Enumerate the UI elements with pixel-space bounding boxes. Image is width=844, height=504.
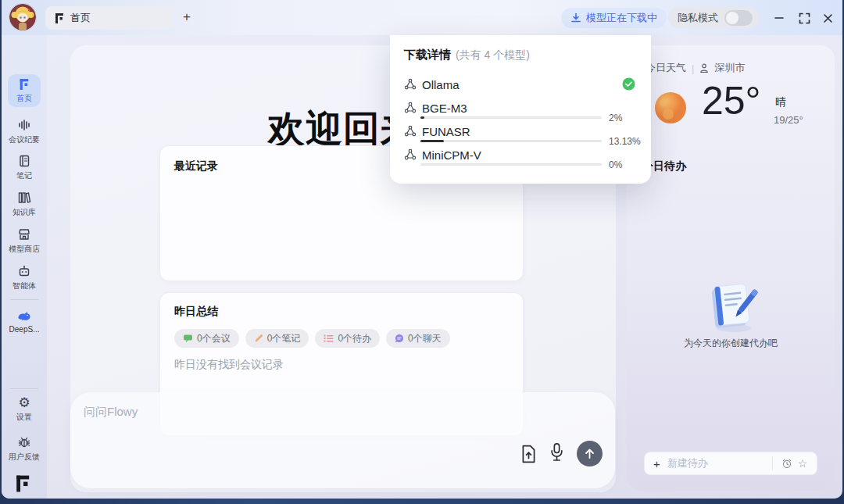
titlebar: 首页 + 模型正在下载中 隐私模式 (2, 0, 842, 35)
model-icon (404, 78, 417, 91)
model-row-ollama: Ollama (404, 74, 460, 95)
chats-count-badge: 0个聊天 (386, 329, 450, 348)
model-download-status-button[interactable]: 模型正在下载中 (561, 8, 667, 28)
progress-percent: 0% (609, 159, 622, 170)
sidebar-item-model-store[interactable]: 模型商店 (2, 227, 47, 255)
temperature-range: 19/25° (774, 114, 803, 126)
download-complete-badge (622, 77, 635, 94)
ask-input-placeholder: 问问Flowy (84, 405, 138, 420)
minimize-button[interactable] (771, 9, 788, 27)
avatar-illustration (9, 4, 36, 30)
maximize-button[interactable] (796, 9, 813, 27)
privacy-mode-toggle[interactable] (724, 10, 753, 26)
sidebar-item-agents[interactable]: 智能体 (2, 264, 47, 291)
sidebar-item-knowledge[interactable]: 知识库 (2, 191, 47, 218)
sidebar-item-meetings[interactable]: 会议纪要 (2, 118, 47, 145)
upload-file-button[interactable] (520, 445, 537, 466)
model-row-funasr: FUNASR (404, 121, 470, 141)
privacy-mode-control: 隐私模式 (668, 7, 759, 28)
send-arrow-icon (584, 448, 595, 459)
user-avatar[interactable] (9, 4, 36, 30)
send-button[interactable] (577, 441, 603, 466)
meeting-chat-icon (183, 334, 193, 343)
download-progress-bar (420, 116, 602, 119)
sidebar-item-label: 设置 (16, 412, 32, 423)
file-upload-icon (520, 445, 537, 463)
sidebar-item-label: 首页 (16, 93, 32, 104)
store-icon (17, 227, 31, 241)
summary-empty-text: 昨日没有找到会议记录 (174, 358, 509, 372)
weather-city[interactable]: 深圳市 (714, 61, 745, 75)
desktop-backdrop: 首页 + 模型正在下载中 隐私模式 (0, 0, 844, 504)
new-todo-input[interactable]: + 新建待办 ☆ (644, 452, 817, 475)
alarm-clock-icon (781, 458, 792, 469)
notebook-icon (17, 154, 31, 168)
model-icon (404, 148, 417, 161)
download-icon (570, 13, 581, 23)
progress-percent: 13.13% (609, 136, 641, 147)
header-divider: | (692, 63, 694, 74)
sidebar-item-deepseek[interactable]: DeepS... (2, 310, 47, 334)
tab-label: 首页 (70, 11, 91, 25)
microphone-button[interactable] (549, 442, 564, 466)
todos-count-badge: 0个待办 (315, 329, 380, 348)
location-person-icon (699, 63, 709, 73)
todo-list-icon (324, 334, 334, 343)
star-icon: ☆ (798, 457, 808, 470)
minimize-icon (774, 13, 785, 23)
check-circle-icon (622, 77, 635, 91)
download-details-popup: 下载详情 (共有 4 个模型) Ollama (390, 35, 651, 184)
reminder-button[interactable] (779, 458, 795, 469)
close-button[interactable] (819, 9, 836, 27)
flowy-brand-logo (15, 474, 32, 496)
maximize-icon (799, 13, 810, 24)
model-icon (404, 102, 417, 114)
notes-count-badge: 0个笔记 (245, 329, 309, 348)
badge-label: 0个待办 (338, 332, 371, 345)
download-status-label: 模型正在下载中 (586, 11, 657, 25)
sidebar-item-label: DeepS... (9, 325, 40, 334)
deepseek-whale-icon (17, 310, 32, 323)
sidebar-item-label: 用户反馈 (9, 452, 40, 463)
popup-header: 下载详情 (共有 4 个模型) (404, 48, 530, 63)
badge-label: 0个聊天 (408, 332, 442, 345)
sidebar-item-label: 智能体 (13, 281, 36, 291)
badge-label: 0个会议 (197, 332, 231, 345)
flowy-logo-icon (55, 13, 65, 24)
weather-condition: 晴 (775, 95, 786, 109)
meetings-count-badge: 0个会议 (174, 329, 239, 348)
new-todo-placeholder: 新建待办 (667, 456, 766, 470)
sidebar-item-settings[interactable]: ⚙ 设置 (2, 396, 47, 423)
download-progress-bar (420, 140, 602, 142)
sun-icon (653, 91, 688, 128)
input-divider (772, 456, 773, 470)
sidebar-item-feedback[interactable]: 用户反馈 (2, 435, 47, 463)
temperature-value: 25° (702, 78, 761, 123)
sidebar-divider (10, 299, 38, 300)
todo-empty-illustration (703, 278, 760, 339)
microphone-icon (549, 442, 564, 463)
star-button[interactable]: ☆ (795, 457, 810, 470)
waveform-icon (17, 118, 31, 132)
ask-flowy-input-panel[interactable]: 问问Flowy (70, 392, 615, 488)
plus-icon: + (653, 457, 660, 470)
gear-icon: ⚙ (18, 396, 30, 409)
tab-home[interactable]: 首页 (45, 6, 173, 30)
progress-percent: 2% (609, 113, 622, 123)
model-name: FUNASR (422, 125, 470, 138)
sidebar-item-home[interactable]: 首页 (2, 78, 47, 104)
sidebar: 首页 会议纪要 笔记 (2, 35, 47, 499)
sidebar-item-label: 知识库 (13, 207, 36, 218)
chat-bubble-icon (395, 334, 404, 343)
model-name: MiniCPM-V (422, 148, 481, 162)
privacy-mode-label: 隐私模式 (678, 11, 718, 25)
model-name: BGE-M3 (422, 102, 467, 115)
toggle-knob (726, 12, 738, 24)
model-name: Ollama (422, 78, 460, 91)
sidebar-item-label: 会议纪要 (9, 134, 40, 145)
model-icon (404, 125, 417, 138)
new-tab-button[interactable]: + (178, 9, 195, 26)
library-icon (17, 191, 31, 205)
sidebar-item-notes[interactable]: 笔记 (2, 154, 47, 181)
download-progress-bar (420, 163, 602, 166)
